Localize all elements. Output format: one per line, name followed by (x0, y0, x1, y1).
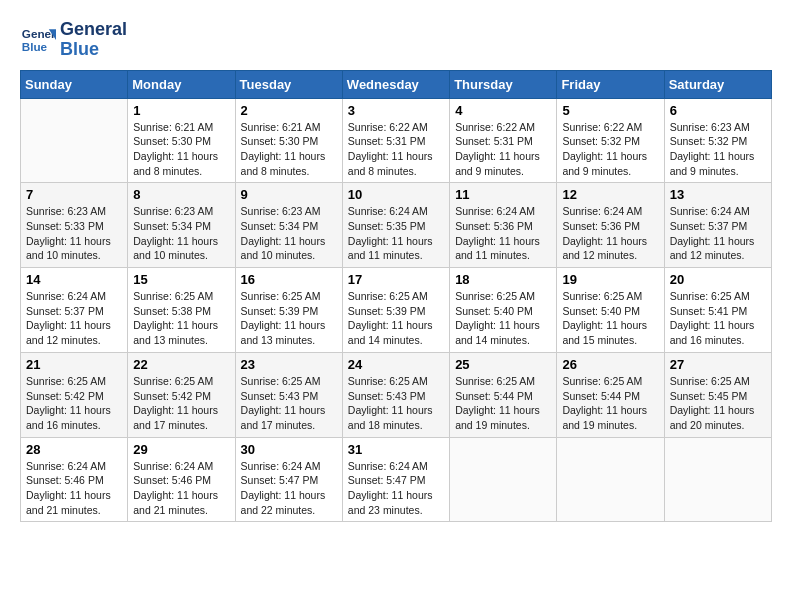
calendar-week-4: 21Sunrise: 6:25 AM Sunset: 5:42 PM Dayli… (21, 352, 772, 437)
logo-icon: General Blue (20, 22, 56, 58)
day-number: 10 (348, 187, 444, 202)
page-header: General Blue General Blue (20, 20, 772, 60)
day-number: 19 (562, 272, 658, 287)
calendar-cell: 6Sunrise: 6:23 AM Sunset: 5:32 PM Daylig… (664, 98, 771, 183)
day-content: Sunrise: 6:24 AM Sunset: 5:46 PM Dayligh… (133, 459, 229, 518)
calendar-cell: 12Sunrise: 6:24 AM Sunset: 5:36 PM Dayli… (557, 183, 664, 268)
day-content: Sunrise: 6:25 AM Sunset: 5:43 PM Dayligh… (241, 374, 337, 433)
calendar-cell: 30Sunrise: 6:24 AM Sunset: 5:47 PM Dayli… (235, 437, 342, 522)
day-number: 15 (133, 272, 229, 287)
calendar-cell: 9Sunrise: 6:23 AM Sunset: 5:34 PM Daylig… (235, 183, 342, 268)
day-number: 9 (241, 187, 337, 202)
day-content: Sunrise: 6:23 AM Sunset: 5:34 PM Dayligh… (241, 204, 337, 263)
calendar-week-2: 7Sunrise: 6:23 AM Sunset: 5:33 PM Daylig… (21, 183, 772, 268)
calendar-week-3: 14Sunrise: 6:24 AM Sunset: 5:37 PM Dayli… (21, 268, 772, 353)
day-number: 6 (670, 103, 766, 118)
calendar-header-row: SundayMondayTuesdayWednesdayThursdayFrid… (21, 70, 772, 98)
calendar-table: SundayMondayTuesdayWednesdayThursdayFrid… (20, 70, 772, 523)
calendar-cell: 14Sunrise: 6:24 AM Sunset: 5:37 PM Dayli… (21, 268, 128, 353)
day-number: 26 (562, 357, 658, 372)
calendar-cell: 11Sunrise: 6:24 AM Sunset: 5:36 PM Dayli… (450, 183, 557, 268)
day-number: 11 (455, 187, 551, 202)
day-content: Sunrise: 6:24 AM Sunset: 5:37 PM Dayligh… (670, 204, 766, 263)
calendar-header-tuesday: Tuesday (235, 70, 342, 98)
calendar-header-wednesday: Wednesday (342, 70, 449, 98)
calendar-cell: 4Sunrise: 6:22 AM Sunset: 5:31 PM Daylig… (450, 98, 557, 183)
svg-text:General: General (22, 27, 56, 40)
calendar-cell: 21Sunrise: 6:25 AM Sunset: 5:42 PM Dayli… (21, 352, 128, 437)
day-content: Sunrise: 6:25 AM Sunset: 5:44 PM Dayligh… (455, 374, 551, 433)
day-number: 5 (562, 103, 658, 118)
calendar-cell: 2Sunrise: 6:21 AM Sunset: 5:30 PM Daylig… (235, 98, 342, 183)
day-number: 4 (455, 103, 551, 118)
day-content: Sunrise: 6:23 AM Sunset: 5:34 PM Dayligh… (133, 204, 229, 263)
day-number: 21 (26, 357, 122, 372)
day-number: 7 (26, 187, 122, 202)
day-content: Sunrise: 6:25 AM Sunset: 5:44 PM Dayligh… (562, 374, 658, 433)
day-number: 30 (241, 442, 337, 457)
calendar-week-5: 28Sunrise: 6:24 AM Sunset: 5:46 PM Dayli… (21, 437, 772, 522)
calendar-header-friday: Friday (557, 70, 664, 98)
calendar-cell: 20Sunrise: 6:25 AM Sunset: 5:41 PM Dayli… (664, 268, 771, 353)
day-content: Sunrise: 6:21 AM Sunset: 5:30 PM Dayligh… (133, 120, 229, 179)
calendar-cell: 15Sunrise: 6:25 AM Sunset: 5:38 PM Dayli… (128, 268, 235, 353)
calendar-cell: 1Sunrise: 6:21 AM Sunset: 5:30 PM Daylig… (128, 98, 235, 183)
day-number: 3 (348, 103, 444, 118)
calendar-cell: 8Sunrise: 6:23 AM Sunset: 5:34 PM Daylig… (128, 183, 235, 268)
calendar-cell: 26Sunrise: 6:25 AM Sunset: 5:44 PM Dayli… (557, 352, 664, 437)
calendar-cell: 7Sunrise: 6:23 AM Sunset: 5:33 PM Daylig… (21, 183, 128, 268)
svg-text:Blue: Blue (22, 40, 48, 53)
calendar-cell: 19Sunrise: 6:25 AM Sunset: 5:40 PM Dayli… (557, 268, 664, 353)
calendar-cell: 25Sunrise: 6:25 AM Sunset: 5:44 PM Dayli… (450, 352, 557, 437)
day-number: 29 (133, 442, 229, 457)
day-content: Sunrise: 6:23 AM Sunset: 5:33 PM Dayligh… (26, 204, 122, 263)
calendar-cell: 31Sunrise: 6:24 AM Sunset: 5:47 PM Dayli… (342, 437, 449, 522)
day-content: Sunrise: 6:25 AM Sunset: 5:40 PM Dayligh… (562, 289, 658, 348)
day-content: Sunrise: 6:24 AM Sunset: 5:37 PM Dayligh… (26, 289, 122, 348)
day-content: Sunrise: 6:24 AM Sunset: 5:46 PM Dayligh… (26, 459, 122, 518)
day-content: Sunrise: 6:22 AM Sunset: 5:31 PM Dayligh… (455, 120, 551, 179)
day-number: 8 (133, 187, 229, 202)
day-content: Sunrise: 6:24 AM Sunset: 5:47 PM Dayligh… (348, 459, 444, 518)
logo-general: General (60, 20, 127, 40)
day-number: 13 (670, 187, 766, 202)
calendar-cell: 3Sunrise: 6:22 AM Sunset: 5:31 PM Daylig… (342, 98, 449, 183)
calendar-header-sunday: Sunday (21, 70, 128, 98)
day-content: Sunrise: 6:25 AM Sunset: 5:39 PM Dayligh… (348, 289, 444, 348)
calendar-cell: 28Sunrise: 6:24 AM Sunset: 5:46 PM Dayli… (21, 437, 128, 522)
day-content: Sunrise: 6:25 AM Sunset: 5:38 PM Dayligh… (133, 289, 229, 348)
day-number: 28 (26, 442, 122, 457)
day-content: Sunrise: 6:24 AM Sunset: 5:47 PM Dayligh… (241, 459, 337, 518)
calendar-cell: 22Sunrise: 6:25 AM Sunset: 5:42 PM Dayli… (128, 352, 235, 437)
calendar-cell: 23Sunrise: 6:25 AM Sunset: 5:43 PM Dayli… (235, 352, 342, 437)
calendar-cell (450, 437, 557, 522)
day-number: 2 (241, 103, 337, 118)
day-content: Sunrise: 6:25 AM Sunset: 5:42 PM Dayligh… (133, 374, 229, 433)
day-number: 31 (348, 442, 444, 457)
day-content: Sunrise: 6:24 AM Sunset: 5:36 PM Dayligh… (562, 204, 658, 263)
logo-blue: Blue (60, 40, 127, 60)
calendar-header-monday: Monday (128, 70, 235, 98)
day-number: 14 (26, 272, 122, 287)
day-content: Sunrise: 6:25 AM Sunset: 5:41 PM Dayligh… (670, 289, 766, 348)
calendar-cell: 17Sunrise: 6:25 AM Sunset: 5:39 PM Dayli… (342, 268, 449, 353)
day-content: Sunrise: 6:25 AM Sunset: 5:40 PM Dayligh… (455, 289, 551, 348)
day-content: Sunrise: 6:23 AM Sunset: 5:32 PM Dayligh… (670, 120, 766, 179)
day-content: Sunrise: 6:25 AM Sunset: 5:39 PM Dayligh… (241, 289, 337, 348)
calendar-cell: 5Sunrise: 6:22 AM Sunset: 5:32 PM Daylig… (557, 98, 664, 183)
calendar-cell: 16Sunrise: 6:25 AM Sunset: 5:39 PM Dayli… (235, 268, 342, 353)
calendar-cell: 13Sunrise: 6:24 AM Sunset: 5:37 PM Dayli… (664, 183, 771, 268)
day-number: 17 (348, 272, 444, 287)
day-number: 25 (455, 357, 551, 372)
day-content: Sunrise: 6:22 AM Sunset: 5:31 PM Dayligh… (348, 120, 444, 179)
day-number: 27 (670, 357, 766, 372)
calendar-cell: 18Sunrise: 6:25 AM Sunset: 5:40 PM Dayli… (450, 268, 557, 353)
day-content: Sunrise: 6:22 AM Sunset: 5:32 PM Dayligh… (562, 120, 658, 179)
logo: General Blue General Blue (20, 20, 127, 60)
day-number: 1 (133, 103, 229, 118)
calendar-header-saturday: Saturday (664, 70, 771, 98)
day-content: Sunrise: 6:21 AM Sunset: 5:30 PM Dayligh… (241, 120, 337, 179)
calendar-cell (21, 98, 128, 183)
day-number: 23 (241, 357, 337, 372)
calendar-cell: 27Sunrise: 6:25 AM Sunset: 5:45 PM Dayli… (664, 352, 771, 437)
